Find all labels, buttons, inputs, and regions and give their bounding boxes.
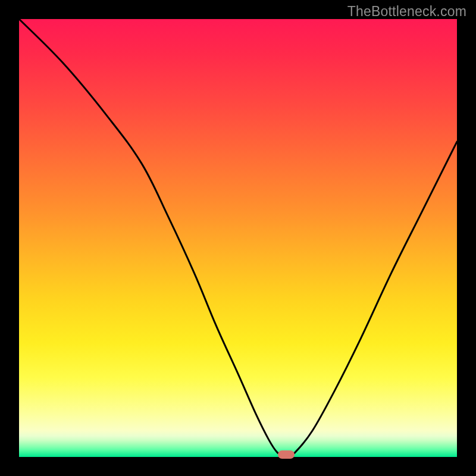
chart-frame: TheBottleneck.com (0, 0, 476, 476)
optimal-marker (278, 450, 295, 459)
plot-area (19, 19, 457, 457)
watermark-text: TheBottleneck.com (347, 4, 466, 20)
bottleneck-curve (19, 19, 457, 457)
